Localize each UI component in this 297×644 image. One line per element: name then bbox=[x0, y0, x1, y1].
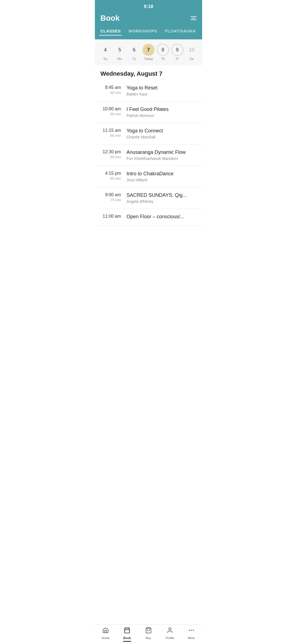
cal-label-5: Mo bbox=[117, 57, 122, 61]
cal-number-6: 6 bbox=[128, 44, 140, 56]
class-item-6[interactable]: 11:00 am Open Floor – conscious/... bbox=[95, 209, 202, 226]
class-item-4[interactable]: 4:15 pm 60 min Intro to ChakraDance Jess… bbox=[95, 166, 202, 187]
calendar: 4 Su 5 Mo 6 Tu 7 Today 8 Th 9 Fr 10 Sa bbox=[95, 39, 202, 65]
class-time-3: 12:30 pm 60 min bbox=[100, 149, 127, 159]
tab-float-sauna[interactable]: FLOAT/SAUNA bbox=[164, 27, 197, 36]
status-time: 9:18 bbox=[144, 4, 153, 9]
class-item-2[interactable]: 11:15 am 60 min Yoga to Connect Chantie … bbox=[95, 123, 202, 144]
class-info-3: Anusaranga Dynamic Flow Fon Kheethachano… bbox=[127, 149, 197, 161]
tab-classes[interactable]: CLASSES bbox=[99, 27, 122, 36]
class-info-0: Yoga to Reset Baldev Kaur bbox=[127, 85, 197, 96]
class-item-1[interactable]: 10:00 am 60 min I Feel Good Pilates Patr… bbox=[95, 102, 202, 123]
cal-number-9: 9 bbox=[171, 44, 183, 56]
class-info-4: Intro to ChakraDance Jess Hilliard bbox=[127, 171, 197, 182]
cal-label-7: Today bbox=[144, 57, 153, 61]
class-info-1: I Feel Good Pilates Patrick Morrison bbox=[127, 107, 197, 118]
page-title: Book bbox=[100, 14, 120, 23]
status-bar: 9:18 bbox=[95, 0, 202, 12]
cal-label-10: Sa bbox=[189, 57, 194, 61]
class-info-6: Open Floor – conscious/... bbox=[127, 214, 197, 221]
cal-label-8: Th bbox=[161, 57, 165, 61]
class-item-5[interactable]: 9:00 am 75 min SACRED SUNDAYS: Qig... An… bbox=[95, 187, 202, 209]
calendar-day-7[interactable]: 7 Today bbox=[142, 44, 155, 61]
cal-number-5: 5 bbox=[114, 44, 126, 56]
header: Book bbox=[95, 12, 202, 27]
tab-workshops[interactable]: WORKSHOPS bbox=[127, 27, 158, 36]
calendar-day-6[interactable]: 6 Tu bbox=[128, 44, 140, 61]
class-time-5: 9:00 am 75 min bbox=[100, 192, 127, 202]
class-info-5: SACRED SUNDAYS: Qig... Angela Whitney bbox=[127, 192, 197, 204]
cal-label-9: Fr bbox=[176, 57, 179, 61]
class-time-1: 10:00 am 60 min bbox=[100, 107, 127, 116]
class-list: 8:45 am 60 min Yoga to Reset Baldev Kaur… bbox=[95, 80, 202, 226]
calendar-day-5[interactable]: 5 Mo bbox=[114, 44, 126, 61]
calendar-day-8[interactable]: 8 Th bbox=[157, 44, 169, 61]
calendar-day-10[interactable]: 10 Sa bbox=[186, 44, 198, 61]
class-time-4: 4:15 pm 60 min bbox=[100, 171, 127, 181]
filter-button[interactable] bbox=[191, 16, 197, 20]
calendar-day-4[interactable]: 4 Su bbox=[99, 44, 111, 61]
class-item-3[interactable]: 12:30 pm 60 min Anusaranga Dynamic Flow … bbox=[95, 144, 202, 166]
cal-number-10: 10 bbox=[186, 44, 198, 56]
cal-label-6: Tu bbox=[132, 57, 136, 61]
class-time-6: 11:00 am bbox=[100, 214, 127, 219]
class-time-0: 8:45 am 60 min bbox=[100, 85, 127, 95]
tabs-container: CLASSES WORKSHOPS FLOAT/SAUNA bbox=[95, 27, 202, 39]
cal-label-4: Su bbox=[103, 57, 108, 61]
class-time-2: 11:15 am 60 min bbox=[100, 128, 127, 138]
class-item-0[interactable]: 8:45 am 60 min Yoga to Reset Baldev Kaur bbox=[95, 80, 202, 102]
cal-number-7: 7 bbox=[142, 44, 155, 56]
calendar-day-9[interactable]: 9 Fr bbox=[171, 44, 183, 61]
cal-number-8: 8 bbox=[157, 44, 169, 56]
date-heading: Wednesday, August 7 bbox=[95, 65, 202, 80]
class-info-2: Yoga to Connect Chantie Marshall bbox=[127, 128, 197, 139]
cal-number-4: 4 bbox=[99, 44, 111, 56]
